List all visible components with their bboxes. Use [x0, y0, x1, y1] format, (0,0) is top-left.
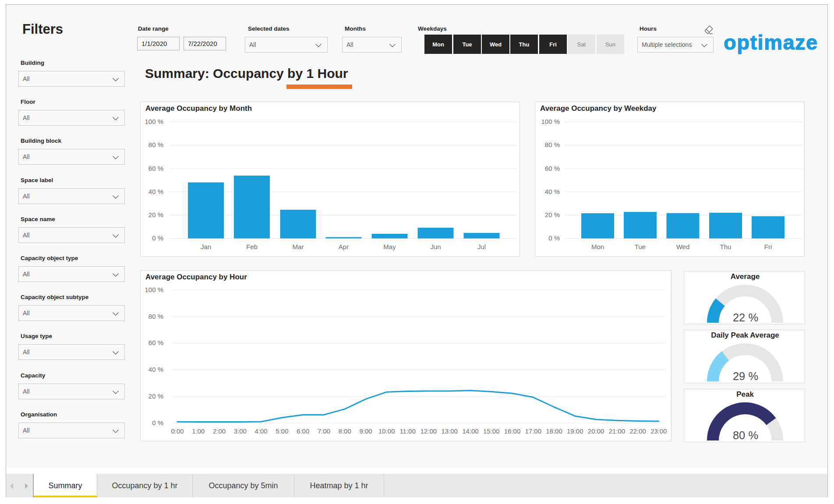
svg-text:100 %: 100 %: [541, 118, 560, 125]
svg-text:11:00: 11:00: [399, 427, 415, 435]
svg-text:Average: Average: [731, 272, 760, 281]
svg-text:Average Occupancy by Month: Average Occupancy by Month: [145, 104, 252, 113]
svg-text:14:00: 14:00: [462, 427, 479, 435]
svg-text:100 %: 100 %: [145, 286, 163, 293]
svg-text:3:00: 3:00: [234, 427, 247, 435]
svg-text:100 %: 100 %: [145, 118, 163, 125]
svg-text:12:00: 12:00: [421, 427, 437, 435]
svg-text:20 %: 20 %: [545, 211, 560, 219]
svg-text:20 %: 20 %: [148, 211, 163, 219]
svg-text:Jul: Jul: [477, 243, 486, 250]
svg-text:22:00: 22:00: [629, 427, 646, 435]
svg-text:20 %: 20 %: [148, 392, 163, 400]
svg-text:60 %: 60 %: [148, 165, 163, 172]
svg-text:Feb: Feb: [246, 243, 258, 250]
svg-text:15:00: 15:00: [483, 427, 500, 435]
svg-text:Thu: Thu: [720, 243, 732, 250]
svg-text:Mon: Mon: [591, 243, 604, 250]
svg-text:29 %: 29 %: [733, 370, 758, 382]
svg-text:21:00: 21:00: [609, 427, 626, 435]
svg-text:6:00: 6:00: [297, 427, 309, 435]
svg-text:5:00: 5:00: [276, 427, 288, 435]
svg-text:1:00: 1:00: [192, 427, 205, 435]
svg-text:Wed: Wed: [676, 243, 690, 250]
svg-text:10:00: 10:00: [378, 427, 395, 435]
svg-text:0:00: 0:00: [171, 427, 184, 435]
svg-text:23:00: 23:00: [650, 427, 667, 435]
svg-text:40 %: 40 %: [545, 188, 560, 195]
svg-text:18:00: 18:00: [546, 427, 562, 435]
svg-text:May: May: [383, 243, 396, 250]
svg-text:Jun: Jun: [430, 243, 441, 250]
svg-text:9:00: 9:00: [359, 427, 372, 435]
svg-text:80 %: 80 %: [148, 313, 163, 320]
svg-text:2:00: 2:00: [213, 427, 226, 435]
svg-text:8:00: 8:00: [339, 427, 351, 435]
svg-text:60 %: 60 %: [148, 339, 163, 346]
svg-text:Peak: Peak: [736, 390, 754, 398]
svg-text:19:00: 19:00: [567, 427, 583, 435]
svg-text:0 %: 0 %: [152, 234, 163, 242]
svg-text:80 %: 80 %: [733, 429, 758, 441]
svg-text:Fri: Fri: [764, 243, 772, 250]
svg-text:0 %: 0 %: [548, 234, 560, 242]
svg-text:Mar: Mar: [293, 243, 304, 250]
svg-text:13:00: 13:00: [441, 427, 458, 435]
svg-text:Average Occupancy by Hour: Average Occupancy by Hour: [145, 273, 247, 281]
svg-text:Apr: Apr: [339, 243, 349, 250]
svg-text:40 %: 40 %: [148, 366, 163, 373]
svg-text:80 %: 80 %: [545, 141, 560, 148]
svg-text:7:00: 7:00: [318, 427, 330, 435]
svg-text:0 %: 0 %: [152, 419, 163, 426]
svg-text:16:00: 16:00: [504, 427, 521, 435]
svg-text:Daily Peak Average: Daily Peak Average: [711, 331, 779, 339]
svg-text:17:00: 17:00: [525, 427, 542, 435]
svg-text:60 %: 60 %: [545, 165, 560, 172]
svg-text:40 %: 40 %: [148, 188, 163, 195]
svg-text:Average Occupancy by Weekday: Average Occupancy by Weekday: [540, 104, 657, 113]
svg-text:20:00: 20:00: [588, 427, 604, 435]
svg-text:Tue: Tue: [635, 243, 646, 250]
svg-text:4:00: 4:00: [254, 427, 267, 435]
svg-text:22 %: 22 %: [733, 311, 758, 324]
svg-text:Jan: Jan: [201, 243, 211, 250]
svg-text:80 %: 80 %: [148, 141, 163, 148]
